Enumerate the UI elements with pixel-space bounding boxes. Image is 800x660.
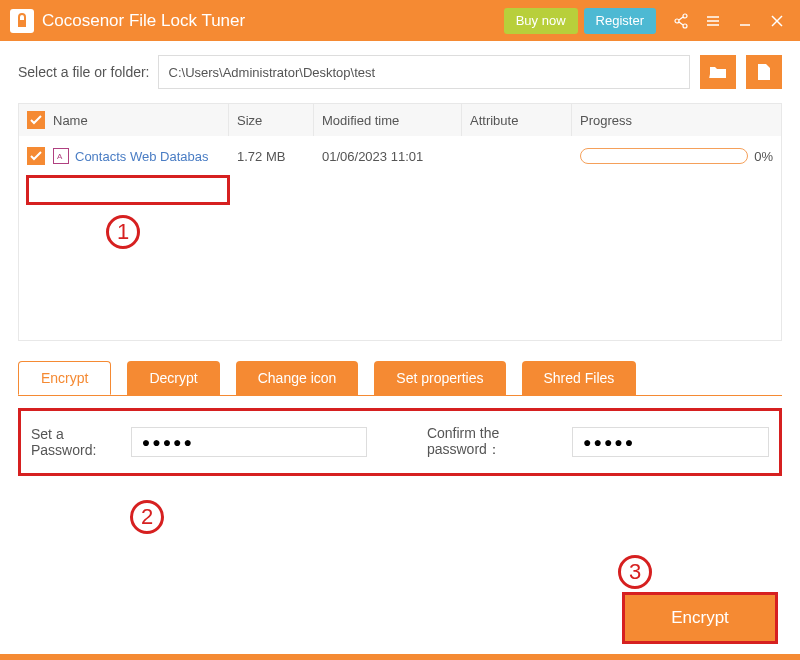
table-header: Name Size Modified time Attribute Progre… bbox=[19, 104, 781, 136]
bottom-border bbox=[0, 654, 800, 660]
app-logo bbox=[10, 9, 34, 33]
encrypt-button[interactable]: Encrypt bbox=[622, 592, 778, 644]
col-modified: Modified time bbox=[314, 104, 462, 136]
row-checkbox[interactable] bbox=[27, 147, 45, 165]
path-row: Select a file or folder: bbox=[18, 55, 782, 89]
select-all-checkbox[interactable] bbox=[27, 111, 45, 129]
set-password-input[interactable] bbox=[131, 427, 367, 457]
annotation-1: 1 bbox=[106, 215, 140, 249]
access-file-icon: A bbox=[53, 148, 69, 164]
titlebar: Cocosenor File Lock Tuner Buy now Regist… bbox=[0, 0, 800, 41]
tab-decrypt[interactable]: Decrypt bbox=[127, 361, 219, 395]
col-size: Size bbox=[229, 104, 314, 136]
minimize-icon[interactable] bbox=[732, 8, 758, 34]
progress-bar bbox=[580, 148, 748, 164]
svg-text:A: A bbox=[57, 152, 63, 161]
progress-percent: 0% bbox=[754, 149, 773, 164]
tab-bar: Encrypt Decrypt Change icon Set properti… bbox=[18, 361, 782, 396]
svg-line-5 bbox=[679, 22, 683, 25]
col-attribute: Attribute bbox=[462, 104, 572, 136]
file-modified: 01/06/2023 11:01 bbox=[314, 149, 462, 164]
app-title: Cocosenor File Lock Tuner bbox=[42, 11, 504, 31]
annotation-3: 3 bbox=[618, 555, 652, 589]
menu-icon[interactable] bbox=[700, 8, 726, 34]
buy-now-button[interactable]: Buy now bbox=[504, 8, 578, 34]
file-size: 1.72 MB bbox=[229, 149, 314, 164]
confirm-password-input[interactable] bbox=[572, 427, 769, 457]
path-input[interactable] bbox=[158, 55, 690, 89]
tab-shred-files[interactable]: Shred Files bbox=[522, 361, 637, 395]
set-password-label: Set a Password: bbox=[31, 426, 127, 458]
share-icon[interactable] bbox=[668, 8, 694, 34]
tab-change-icon[interactable]: Change icon bbox=[236, 361, 359, 395]
svg-point-3 bbox=[683, 24, 687, 28]
file-name: Contacts Web Databas bbox=[75, 149, 208, 164]
col-progress: Progress bbox=[572, 104, 781, 136]
svg-point-1 bbox=[683, 14, 687, 18]
path-label: Select a file or folder: bbox=[18, 64, 150, 80]
browse-file-button[interactable] bbox=[746, 55, 782, 89]
svg-rect-0 bbox=[18, 20, 26, 27]
col-name: Name bbox=[53, 113, 88, 128]
svg-line-4 bbox=[679, 17, 683, 20]
password-panel: Set a Password: Confirm the password： bbox=[18, 408, 782, 476]
browse-folder-button[interactable] bbox=[700, 55, 736, 89]
register-button[interactable]: Register bbox=[584, 8, 656, 34]
tab-encrypt[interactable]: Encrypt bbox=[18, 361, 111, 395]
annotation-2: 2 bbox=[130, 500, 164, 534]
confirm-password-label: Confirm the password： bbox=[427, 425, 568, 459]
close-icon[interactable] bbox=[764, 8, 790, 34]
table-row[interactable]: A Contacts Web Databas 1.72 MB 01/06/202… bbox=[19, 136, 781, 176]
tab-set-properties[interactable]: Set properties bbox=[374, 361, 505, 395]
svg-point-2 bbox=[675, 19, 679, 23]
